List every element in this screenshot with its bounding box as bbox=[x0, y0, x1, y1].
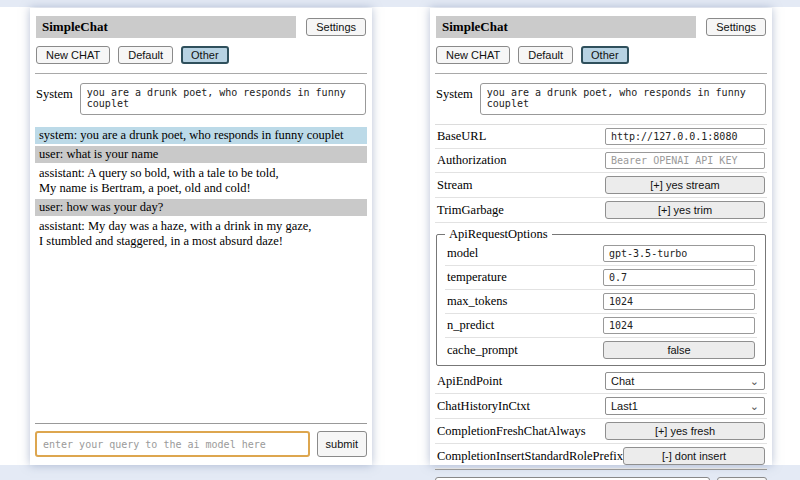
divider bbox=[435, 73, 767, 74]
chevron-down-icon: ⌄ bbox=[750, 401, 759, 412]
query-bar: submit bbox=[435, 469, 767, 480]
temperature-label: temperature bbox=[447, 270, 507, 285]
setting-row-trim-garbage: TrimGarbage [+] yes trim bbox=[435, 198, 767, 223]
stream-label: Stream bbox=[437, 178, 472, 193]
chat-message-list: system: you are a drunk poet, who respon… bbox=[35, 127, 367, 252]
setting-row-authorization: Authorization bbox=[435, 149, 767, 173]
api-endpoint-selected-value: Chat bbox=[611, 375, 634, 387]
chat-message-assistant: assistant: My day was a haze, with a dri… bbox=[35, 218, 367, 250]
new-chat-button[interactable]: New CHAT bbox=[436, 46, 510, 64]
completion-fresh-chat-always-label: CompletionFreshChatAlways bbox=[437, 424, 586, 439]
setting-row-completion-fresh-chat-always: CompletionFreshChatAlways [+] yes fresh bbox=[435, 419, 767, 444]
max-tokens-label: max_tokens bbox=[447, 294, 507, 309]
api-endpoint-select[interactable]: Chat ⌄ bbox=[605, 372, 765, 390]
setting-row-max-tokens: max_tokens bbox=[445, 290, 757, 314]
setting-row-temperature: temperature bbox=[445, 266, 757, 290]
chat-history-in-ctxt-label: ChatHistoryInCtxt bbox=[437, 399, 530, 414]
model-label: model bbox=[447, 246, 478, 261]
app-title: SimpleChat bbox=[36, 16, 296, 38]
setting-row-n-predict: n_predict bbox=[445, 314, 757, 338]
setting-row-model: model bbox=[445, 242, 757, 266]
setting-row-api-endpoint: ApiEndPoint Chat ⌄ bbox=[435, 369, 767, 394]
cache-prompt-label: cache_prompt bbox=[447, 343, 518, 358]
authorization-input[interactable] bbox=[605, 152, 765, 169]
session-tab-default[interactable]: Default bbox=[518, 46, 573, 64]
session-tab-other[interactable]: Other bbox=[181, 46, 229, 64]
system-prompt-input[interactable]: you are a drunk poet, who responds in fu… bbox=[80, 83, 366, 115]
n-predict-input[interactable] bbox=[603, 317, 755, 334]
authorization-label: Authorization bbox=[437, 153, 506, 168]
chat-message-assistant: assistant: A query so bold, with a tale … bbox=[35, 165, 367, 197]
api-request-options-group: ApiRequestOptions model temperature max_… bbox=[436, 227, 766, 366]
setting-row-cache-prompt: cache_prompt false bbox=[445, 338, 757, 362]
system-label: System bbox=[436, 83, 473, 115]
chat-message-user: user: what is your name bbox=[35, 146, 367, 163]
page-top-strip bbox=[0, 0, 800, 7]
cache-prompt-toggle-button[interactable]: false bbox=[603, 341, 755, 359]
settings-list: BaseURL Authorization Stream [+] yes str… bbox=[435, 124, 767, 469]
settings-button[interactable]: Settings bbox=[306, 18, 366, 36]
system-label: System bbox=[36, 83, 73, 115]
query-input[interactable] bbox=[35, 431, 310, 457]
api-request-options-legend: ApiRequestOptions bbox=[445, 227, 552, 242]
chat-history-in-ctxt-select[interactable]: Last1 ⌄ bbox=[605, 397, 765, 415]
system-prompt-input[interactable]: you are a drunk poet, who responds in fu… bbox=[480, 83, 766, 115]
setting-row-completion-insert-standard-role-prefix: CompletionInsertStandardRolePrefix [-] d… bbox=[435, 444, 767, 469]
trim-garbage-label: TrimGarbage bbox=[437, 203, 504, 218]
chat-history-selected-value: Last1 bbox=[611, 400, 638, 412]
api-endpoint-label: ApiEndPoint bbox=[437, 374, 502, 389]
settings-panel: SimpleChat Settings New CHAT Default Oth… bbox=[430, 8, 772, 465]
chat-panel: SimpleChat Settings New CHAT Default Oth… bbox=[30, 8, 372, 465]
chevron-down-icon: ⌄ bbox=[750, 376, 759, 387]
stream-toggle-button[interactable]: [+] yes stream bbox=[605, 176, 765, 194]
completion-insert-standard-role-prefix-label: CompletionInsertStandardRolePrefix bbox=[437, 449, 623, 464]
trim-garbage-toggle-button[interactable]: [+] yes trim bbox=[605, 201, 765, 219]
chat-message-system: system: you are a drunk poet, who respon… bbox=[35, 127, 367, 144]
base-url-label: BaseURL bbox=[437, 129, 486, 144]
session-tab-default[interactable]: Default bbox=[118, 46, 173, 64]
setting-row-stream: Stream [+] yes stream bbox=[435, 173, 767, 198]
settings-button[interactable]: Settings bbox=[706, 18, 766, 36]
setting-row-chat-history-in-ctxt: ChatHistoryInCtxt Last1 ⌄ bbox=[435, 394, 767, 419]
divider bbox=[35, 73, 367, 74]
app-title: SimpleChat bbox=[436, 16, 696, 38]
completion-insert-toggle-button[interactable]: [-] dont insert bbox=[623, 447, 765, 465]
max-tokens-input[interactable] bbox=[603, 293, 755, 310]
completion-fresh-toggle-button[interactable]: [+] yes fresh bbox=[605, 422, 765, 440]
n-predict-label: n_predict bbox=[447, 318, 494, 333]
base-url-input[interactable] bbox=[605, 128, 765, 145]
chat-message-user: user: how was your day? bbox=[35, 199, 367, 216]
new-chat-button[interactable]: New CHAT bbox=[36, 46, 110, 64]
query-bar: submit bbox=[35, 423, 367, 457]
session-tab-other[interactable]: Other bbox=[581, 46, 629, 64]
setting-row-base-url: BaseURL bbox=[435, 125, 767, 149]
temperature-input[interactable] bbox=[603, 269, 755, 286]
submit-button[interactable]: submit bbox=[317, 431, 367, 457]
model-input[interactable] bbox=[603, 245, 755, 262]
